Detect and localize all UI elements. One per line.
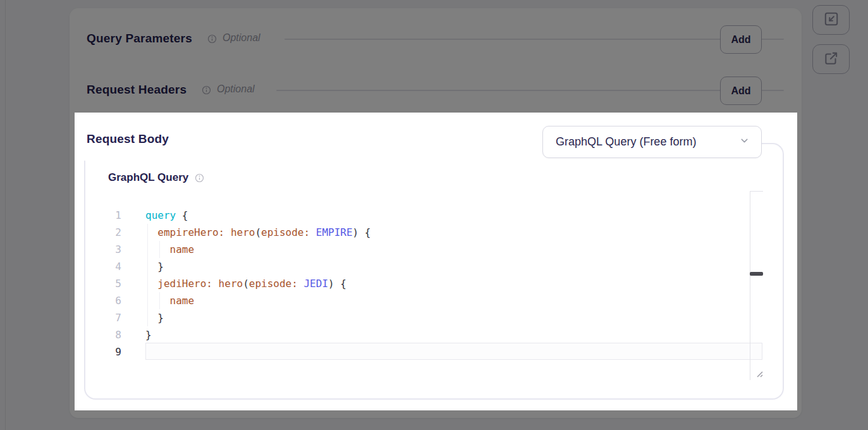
graphql-query-label: GraphQL Query — [108, 171, 188, 184]
line-number: 9 — [95, 343, 121, 360]
open-external-button[interactable] — [812, 44, 850, 74]
window-edge-divider — [5, 0, 6, 430]
line-number: 6 — [95, 292, 121, 309]
body-type-select[interactable]: GraphQL Query (Free form) — [542, 126, 762, 158]
query-parameters-optional-label: Optional — [223, 32, 260, 44]
line-number: 8 — [95, 326, 121, 343]
editor-gutter: 123456789 — [95, 207, 121, 360]
line-number: 7 — [95, 309, 121, 326]
line-number: 3 — [95, 241, 121, 258]
code-line[interactable]: name — [145, 292, 370, 309]
editor-scrollbar-track — [750, 191, 763, 380]
request-body-title: Request Body — [87, 132, 169, 146]
chevron-down-icon — [739, 135, 750, 149]
code-line[interactable]: } — [145, 309, 370, 326]
request-headers-divider — [276, 90, 784, 91]
query-parameters-divider — [284, 39, 784, 40]
line-number: 5 — [95, 275, 121, 292]
add-request-header-button[interactable]: Add — [720, 77, 762, 105]
info-icon[interactable] — [195, 173, 204, 183]
line-number: 4 — [95, 258, 121, 275]
edit-box-icon — [823, 11, 840, 29]
code-line[interactable]: query { — [145, 207, 370, 224]
edit-request-button[interactable] — [812, 5, 850, 35]
add-query-parameter-button[interactable]: Add — [720, 25, 762, 54]
code-line[interactable] — [145, 343, 370, 360]
editor-code[interactable]: query { empireHero: hero(episode: EMPIRE… — [145, 207, 370, 360]
resize-handle-icon[interactable] — [754, 368, 764, 381]
body-type-selected-value: GraphQL Query (Free form) — [556, 135, 696, 149]
graphql-query-label-row: GraphQL Query — [108, 171, 204, 184]
query-parameters-title: Query Parameters — [87, 32, 192, 46]
info-icon[interactable] — [202, 85, 211, 95]
request-headers-title: Request Headers — [87, 83, 186, 97]
request-headers-optional-label: Optional — [217, 83, 255, 95]
code-line[interactable]: name — [145, 241, 370, 258]
external-link-icon — [823, 50, 840, 68]
info-icon[interactable] — [207, 34, 217, 44]
code-line[interactable]: empireHero: hero(episode: EMPIRE) { — [145, 224, 370, 241]
editor-scrollbar-thumb[interactable] — [750, 272, 763, 276]
code-line[interactable]: } — [145, 326, 370, 343]
code-line[interactable]: } — [145, 258, 370, 275]
code-line[interactable]: jediHero: hero(episode: JEDI) { — [145, 275, 370, 292]
line-number: 2 — [95, 224, 121, 241]
line-number: 1 — [95, 207, 121, 224]
